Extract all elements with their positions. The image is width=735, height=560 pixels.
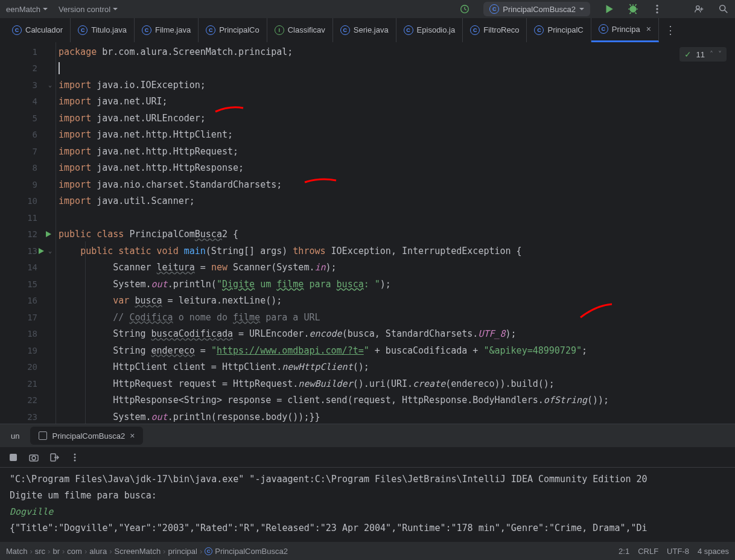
line-number[interactable]: 22 bbox=[0, 392, 56, 409]
indent-config[interactable]: 4 spaces bbox=[698, 547, 729, 556]
run-panel: un PrincipalComBusca2 × "C:\Program File… bbox=[0, 424, 735, 542]
file-encoding[interactable]: UTF-8 bbox=[667, 547, 689, 556]
inspection-widget[interactable]: ✓ 11 ˄ ˅ bbox=[679, 47, 727, 62]
status-right: 2:1 CRLF UTF-8 4 spaces bbox=[619, 547, 729, 556]
tab-serie[interactable]: CSerie.java bbox=[333, 18, 396, 42]
code-with-me-icon[interactable] bbox=[694, 4, 705, 14]
run-toolbar bbox=[0, 447, 735, 468]
more-icon[interactable] bbox=[652, 4, 663, 14]
line-number[interactable]: 8 bbox=[0, 160, 56, 177]
breadcrumb-item[interactable]: com bbox=[67, 547, 82, 556]
close-icon[interactable]: × bbox=[130, 431, 135, 441]
tab-label: Principa bbox=[612, 25, 640, 34]
indent-guide bbox=[85, 241, 86, 424]
tab-episodio[interactable]: CEpisodio.ja bbox=[396, 18, 463, 42]
tab-label: Calculador bbox=[25, 25, 63, 34]
tab-filtroreco[interactable]: CFiltroReco bbox=[463, 18, 527, 42]
run-tab[interactable]: PrincipalComBusca2 × bbox=[30, 427, 143, 445]
breadcrumb-item[interactable]: alura bbox=[89, 547, 107, 556]
class-icon: C bbox=[489, 4, 499, 14]
line-number[interactable]: 15 bbox=[0, 276, 56, 293]
run-output[interactable]: "C:\Program Files\Java\jdk-17\bin\java.e… bbox=[0, 468, 735, 545]
svg-point-5 bbox=[720, 5, 725, 11]
line-number[interactable]: 2 bbox=[0, 60, 56, 77]
tab-calculador[interactable]: CCalculador bbox=[5, 18, 71, 42]
line-number[interactable]: 1 bbox=[0, 43, 56, 60]
svg-point-1 bbox=[629, 5, 636, 12]
line-number[interactable]: 10 bbox=[0, 193, 56, 210]
svg-point-2 bbox=[656, 5, 658, 7]
breadcrumb-item[interactable]: br bbox=[52, 547, 60, 556]
vcs-label: Version control bbox=[59, 5, 110, 14]
breadcrumb[interactable]: Match› src› br› com› alura› ScreenMatch›… bbox=[6, 547, 288, 556]
tabs-more-icon[interactable]: ⋮ bbox=[659, 24, 682, 37]
line-number[interactable]: 7 bbox=[0, 143, 56, 160]
tab-label: Filme.java bbox=[155, 25, 191, 34]
class-icon: C bbox=[470, 25, 480, 35]
class-icon: C bbox=[142, 25, 151, 35]
debug-icon[interactable] bbox=[628, 4, 638, 14]
line-number[interactable]: 11 bbox=[0, 209, 56, 226]
terminal-icon bbox=[39, 431, 47, 440]
line-number[interactable]: 5 bbox=[0, 110, 56, 127]
editor: 1 2 3⌄ 4 5 6 7 8 9 10 11 12 13⌄ 14 15 16… bbox=[0, 42, 735, 424]
breadcrumb-item[interactable]: src bbox=[35, 547, 45, 556]
project-selector[interactable]: eenMatch bbox=[6, 5, 48, 14]
tab-titulo[interactable]: CTitulo.java bbox=[71, 18, 135, 42]
chevron-down-icon bbox=[579, 8, 584, 10]
fold-icon[interactable]: ⌄ bbox=[48, 247, 52, 254]
history-icon[interactable] bbox=[459, 4, 470, 14]
line-number[interactable]: 9 bbox=[0, 176, 56, 193]
tab-principa-active[interactable]: CPrincipa× bbox=[591, 18, 659, 42]
output-line: {"Title":"Dogville","Year":"2003","Rated… bbox=[10, 523, 725, 539]
search-icon[interactable] bbox=[718, 4, 729, 14]
line-number[interactable]: 23 bbox=[0, 409, 56, 425]
close-icon[interactable]: × bbox=[646, 24, 651, 34]
breadcrumb-item[interactable]: Match bbox=[6, 547, 27, 556]
cursor-position[interactable]: 2:1 bbox=[619, 547, 629, 556]
line-number[interactable]: 4 bbox=[0, 94, 56, 110]
chevron-down-icon bbox=[113, 8, 118, 10]
line-number[interactable]: 21 bbox=[0, 375, 56, 392]
statusbar: Match› src› br› com› alura› ScreenMatch›… bbox=[0, 542, 735, 560]
run-gutter-icon[interactable] bbox=[45, 231, 52, 238]
svg-point-3 bbox=[656, 8, 658, 10]
run-label: un bbox=[4, 424, 27, 447]
line-number[interactable]: 16 bbox=[0, 293, 56, 310]
chevron-down-icon[interactable]: ˅ bbox=[718, 50, 722, 59]
line-number[interactable]: 18 bbox=[0, 326, 56, 343]
breadcrumb-item[interactable]: CPrincipalComBusca2 bbox=[205, 547, 288, 556]
tab-principalco[interactable]: CPrincipalCo bbox=[199, 18, 267, 42]
editor-tabs: CCalculador CTitulo.java CFilme.java CPr… bbox=[0, 18, 735, 42]
line-number[interactable]: 3⌄ bbox=[0, 77, 56, 94]
line-number[interactable]: 12 bbox=[0, 226, 56, 243]
code-content[interactable]: package br.com.alura.ScreenMatch.princip… bbox=[56, 42, 735, 424]
tab-classificav[interactable]: IClassificav bbox=[267, 18, 333, 42]
screenshot-icon[interactable] bbox=[29, 453, 39, 462]
run-icon[interactable] bbox=[603, 4, 614, 14]
line-separator[interactable]: CRLF bbox=[638, 547, 658, 556]
line-number[interactable]: 13⌄ bbox=[0, 243, 56, 259]
vcs-menu[interactable]: Version control bbox=[59, 5, 118, 14]
class-icon: C bbox=[534, 25, 544, 35]
breadcrumb-item[interactable]: ScreenMatch bbox=[115, 547, 161, 556]
fold-icon[interactable]: ⌄ bbox=[48, 81, 52, 88]
line-number[interactable]: 20 bbox=[0, 359, 56, 376]
exit-icon[interactable] bbox=[49, 453, 59, 462]
class-icon: C bbox=[78, 25, 88, 35]
stop-icon[interactable] bbox=[8, 453, 18, 462]
line-number[interactable]: 14 bbox=[0, 259, 56, 276]
tab-principalc[interactable]: CPrincipalC bbox=[527, 18, 591, 42]
topbar: eenMatch Version control C PrincipalComB… bbox=[0, 0, 735, 18]
output-line: "C:\Program Files\Java\jdk-17\bin\java.e… bbox=[10, 474, 725, 490]
line-number[interactable]: 19 bbox=[0, 342, 56, 359]
tab-filme[interactable]: CFilme.java bbox=[135, 18, 199, 42]
chevron-up-icon[interactable]: ˄ bbox=[710, 50, 713, 59]
line-number[interactable]: 17 bbox=[0, 309, 56, 326]
run-config-selector[interactable]: C PrincipalComBusca2 bbox=[483, 2, 590, 16]
tab-label: PrincipalCo bbox=[219, 25, 259, 34]
breadcrumb-item[interactable]: principal bbox=[168, 547, 197, 556]
run-gutter-icon[interactable] bbox=[37, 247, 45, 255]
line-number[interactable]: 6 bbox=[0, 127, 56, 144]
more-icon[interactable] bbox=[70, 453, 80, 462]
